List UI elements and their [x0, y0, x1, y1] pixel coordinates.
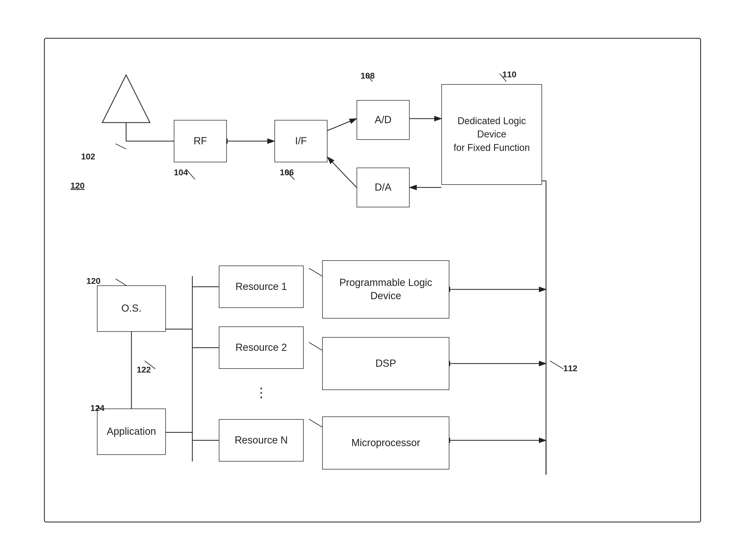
dedicated-box: Dedicated Logic Device for Fixed Functio…	[442, 84, 542, 185]
svg-line-31	[309, 268, 322, 276]
svg-line-33	[309, 419, 322, 427]
svg-line-32	[309, 342, 322, 350]
rf-box: RF	[174, 120, 227, 162]
ref-100: 120	[70, 181, 85, 190]
ref-122: 122	[137, 365, 151, 375]
app-box: Application	[97, 409, 166, 455]
svg-line-30	[550, 361, 563, 369]
svg-line-8	[327, 118, 357, 131]
ref-120: 120	[86, 276, 100, 286]
svg-line-26	[187, 170, 195, 179]
resourceN-box: Resource N	[219, 419, 303, 461]
svg-line-25	[116, 144, 126, 149]
ref-112: 112	[563, 363, 577, 373]
ref-104: 104	[174, 168, 188, 177]
ref-106: 106	[280, 168, 294, 177]
svg-marker-4	[102, 75, 150, 123]
ref-108: 108	[361, 71, 375, 81]
micro-box: Microprocessor	[322, 417, 449, 469]
svg-line-9	[327, 157, 357, 187]
ref-124: 124	[90, 403, 104, 413]
if-box: I/F	[274, 120, 327, 162]
os-box: O.S.	[97, 285, 166, 332]
pld-box: Programmable Logic Device	[322, 260, 449, 318]
da-box: D/A	[357, 168, 410, 207]
resource2-box: Resource 2	[219, 326, 303, 369]
page: 120 102 RF 104 I/F 106 A/D 108 D/A Dedic…	[28, 22, 717, 538]
svg-line-34	[116, 279, 126, 285]
resource1-box: Resource 1	[219, 266, 303, 308]
ref-110: 110	[502, 70, 516, 79]
ellipsis: ⋮	[255, 385, 269, 400]
dsp-box: DSP	[322, 337, 449, 390]
diagram: 120 102 RF 104 I/F 106 A/D 108 D/A Dedic…	[44, 38, 701, 522]
ad-box: A/D	[357, 100, 410, 140]
ref-102: 102	[81, 152, 95, 162]
